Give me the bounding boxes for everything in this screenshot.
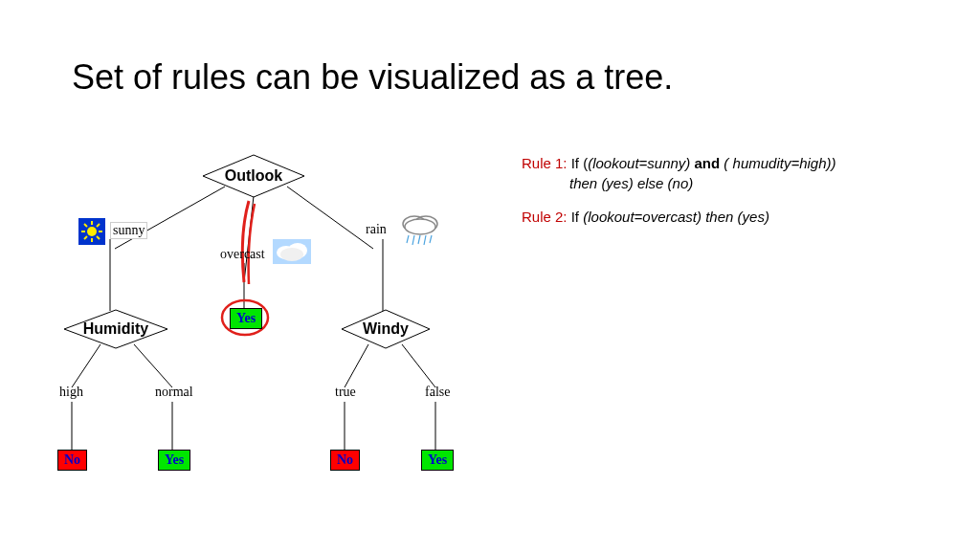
node-outlook-label: Outlook	[225, 167, 282, 184]
rule-1-if: If (	[571, 155, 589, 171]
svg-line-10	[345, 344, 368, 387]
node-humidity-label: Humidity	[83, 320, 148, 337]
edge-overcast: overcast	[218, 247, 267, 262]
svg-line-1	[244, 196, 254, 282]
leaf-overcast-yes: Yes	[230, 308, 262, 329]
rule-1-label: Rule 1:	[522, 155, 571, 171]
svg-point-16	[87, 227, 97, 236]
sun-icon	[78, 218, 105, 245]
edge-true: true	[333, 385, 358, 400]
rule-2-body: (lookout=overcast) then (yes)	[583, 209, 769, 225]
leaf-high-no: No	[57, 450, 87, 471]
rules-text-block: Rule 1: If ((lookout=sunny) and ( humudi…	[522, 153, 836, 240]
node-windy: Windy	[340, 308, 432, 350]
leaf-true-no: No	[330, 450, 360, 471]
rain-cloud-icon	[397, 212, 443, 251]
rule-1-cond1: (lookout=sunny)	[588, 155, 694, 171]
decision-tree-diagram: Outlook sunny overcast rain	[57, 143, 488, 507]
slide-title: Set of rules can be visualized as a tree…	[72, 57, 673, 98]
svg-point-28	[280, 248, 303, 261]
svg-line-33	[412, 235, 414, 245]
svg-line-22	[97, 236, 100, 239]
rule-2-label: Rule 2:	[522, 209, 571, 225]
rule-1-and: and	[695, 155, 721, 171]
overcast-cloud-icon	[273, 239, 311, 264]
edge-high: high	[57, 385, 85, 400]
svg-line-6	[72, 344, 100, 387]
svg-line-36	[430, 235, 432, 243]
svg-line-32	[407, 235, 409, 243]
node-windy-label: Windy	[363, 320, 409, 337]
svg-line-35	[424, 235, 426, 245]
node-outlook: Outlook	[201, 153, 306, 199]
leaf-normal-yes: Yes	[158, 450, 190, 471]
edge-false: false	[423, 385, 452, 400]
svg-line-24	[97, 224, 100, 227]
svg-line-7	[134, 344, 172, 387]
edge-normal: normal	[153, 385, 195, 400]
rule-1-then: then (yes) else (no)	[569, 175, 693, 191]
rule-2-if: If	[571, 209, 584, 225]
svg-point-31	[405, 219, 435, 234]
rule-2: Rule 2: If (lookout=overcast) then (yes)	[522, 207, 836, 227]
edge-sunny: sunny	[110, 222, 147, 239]
svg-line-34	[418, 235, 420, 244]
svg-line-23	[84, 236, 87, 239]
node-humidity: Humidity	[62, 308, 169, 350]
leaf-false-yes: Yes	[421, 450, 454, 471]
svg-line-21	[84, 224, 87, 227]
edge-rain: rain	[364, 222, 389, 237]
rule-1-cond2: ( humudity=high))	[720, 155, 835, 171]
rule-1: Rule 1: If ((lookout=sunny) and ( humudi…	[522, 153, 836, 193]
svg-line-11	[402, 344, 435, 387]
